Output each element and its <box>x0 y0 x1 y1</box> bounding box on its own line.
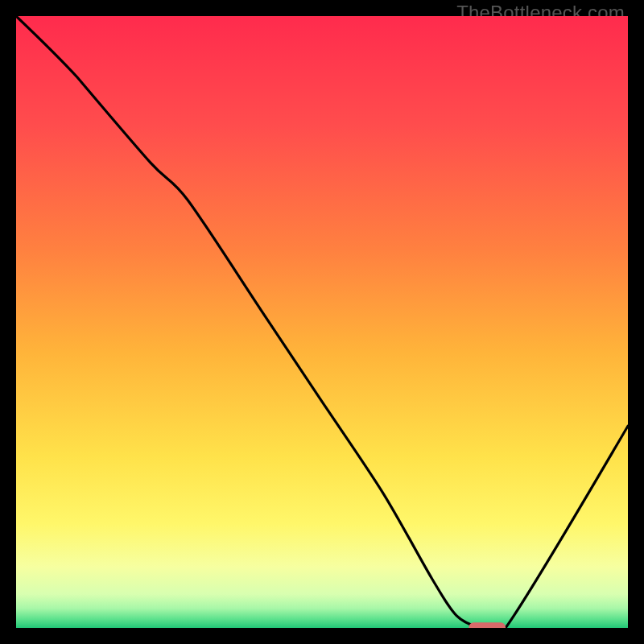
optimal-marker <box>469 622 506 628</box>
gradient-background <box>16 16 628 628</box>
chart-frame <box>16 16 628 628</box>
bottleneck-chart <box>16 16 628 628</box>
